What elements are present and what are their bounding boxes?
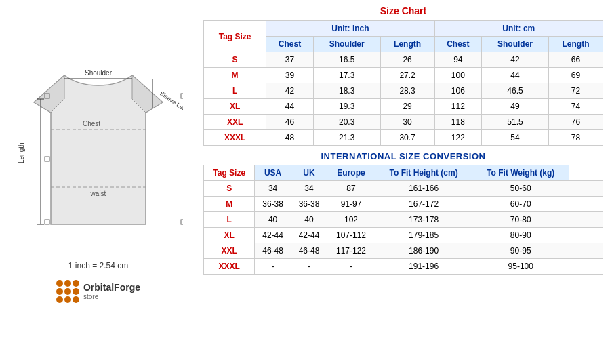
conv-tag-cell: L — [204, 212, 255, 228]
logo-store: store — [83, 293, 140, 300]
table-row: XXL 46-48 46-48 117-122 186-190 90-95 — [204, 243, 603, 259]
length-cm-cell: 76 — [548, 115, 603, 130]
shoulder-in-cell: 18.3 — [313, 83, 380, 99]
col-chest-cm: Chest — [434, 37, 482, 52]
conv-usa-cell: 40 — [255, 212, 291, 228]
shoulder-in-cell: 21.3 — [313, 130, 380, 146]
table-row: XL 42-44 42-44 107-112 179-185 80-90 — [204, 228, 603, 243]
table-row: S 37 16.5 26 94 42 66 — [204, 52, 603, 68]
length-in-cell: 30 — [380, 115, 434, 130]
chest-cm-cell: 106 — [434, 83, 482, 99]
conv-weight-cell: 80-90 — [472, 228, 569, 243]
conv-weight-cell: 70-80 — [472, 212, 569, 228]
col-length-in: Length — [380, 37, 434, 52]
logo-area: OrbitalForge store — [56, 280, 140, 303]
shoulder-in-cell: 20.3 — [313, 115, 380, 130]
chest-cm-cell: 100 — [434, 68, 482, 83]
conv-usa-header: USA — [255, 165, 291, 181]
length-in-cell: 28.3 — [380, 83, 434, 99]
table-row: XXXL 48 21.3 30.7 122 54 78 — [204, 130, 603, 146]
conversion-title: INTERNATIONAL SIZE CONVERSION — [203, 151, 603, 161]
conv-uk-cell: 34 — [291, 181, 327, 197]
conv-uk-cell: 42-44 — [291, 228, 327, 243]
conv-usa-cell: 42-44 — [255, 228, 291, 243]
conv-extra-cell — [569, 243, 603, 259]
conv-tag-cell: XL — [204, 228, 255, 243]
conv-tag-header: Tag Size — [204, 165, 255, 181]
inch-unit-header: Unit: inch — [266, 21, 434, 37]
conv-usa-cell: 36-38 — [255, 197, 291, 212]
logo-name: OrbitalForge — [83, 282, 140, 293]
shoulder-in-cell: 19.3 — [313, 99, 380, 115]
chest-in-cell: 44 — [266, 99, 314, 115]
table-row: XXXL - - - 191-196 95-100 — [204, 259, 603, 275]
conv-uk-cell: 36-38 — [291, 197, 327, 212]
chest-cm-cell: 94 — [434, 52, 482, 68]
length-cm-cell: 72 — [548, 83, 603, 99]
shoulder-cm-cell: 51.5 — [482, 115, 549, 130]
conv-extra-cell — [569, 228, 603, 243]
tag-size-header: Tag Size — [204, 21, 266, 52]
conv-height-cell: 186-190 — [375, 243, 472, 259]
table-row: XXL 46 20.3 30 118 51.5 76 — [204, 115, 603, 130]
conv-usa-cell: 46-48 — [255, 243, 291, 259]
conv-height-cell: 191-196 — [375, 259, 472, 275]
length-in-cell: 30.7 — [380, 130, 434, 146]
conv-extra-cell — [569, 212, 603, 228]
conv-uk-header: UK — [291, 165, 327, 181]
length-in-cell: 26 — [380, 52, 434, 68]
conv-weight-cell: 90-95 — [472, 243, 569, 259]
svg-text:Chest: Chest — [83, 120, 100, 127]
conv-height-cell: 161-166 — [375, 181, 472, 197]
logo-text-area: OrbitalForge store — [83, 282, 140, 300]
length-cm-cell: 69 — [548, 68, 603, 83]
conv-tag-cell: S — [204, 181, 255, 197]
conv-europe-cell: 91-97 — [327, 197, 375, 212]
length-cm-cell: 66 — [548, 52, 603, 68]
col-length-cm: Length — [548, 37, 603, 52]
tag-cell: XL — [204, 99, 266, 115]
table-row: S 34 34 87 161-166 50-60 — [204, 181, 603, 197]
svg-text:Length: Length — [18, 142, 25, 163]
size-chart-title: Size Chart — [203, 5, 603, 16]
table-row: XL 44 19.3 29 112 49 74 — [204, 99, 603, 115]
svg-rect-16 — [45, 157, 49, 161]
chest-in-cell: 37 — [266, 52, 314, 68]
conv-extra-cell — [569, 259, 603, 275]
conv-height-header: To Fit Height (cm) — [375, 165, 472, 181]
svg-text:waist: waist — [90, 190, 106, 197]
shoulder-cm-cell: 54 — [482, 130, 549, 146]
conv-uk-cell: - — [291, 259, 327, 275]
conv-height-cell: 179-185 — [375, 228, 472, 243]
tshirt-diagram: Shoulder Sleeve Length Chest Length wais… — [14, 62, 183, 258]
tag-cell: XXL — [204, 115, 266, 130]
conv-height-cell: 173-178 — [375, 212, 472, 228]
conv-weight-header: To Fit Weight (kg) — [472, 165, 569, 181]
length-cm-cell: 74 — [548, 99, 603, 115]
table-row: M 36-38 36-38 91-97 167-172 60-70 — [204, 197, 603, 212]
length-cm-cell: 78 — [548, 130, 603, 146]
size-chart-table: Tag Size Unit: inch Unit: cm Chest Shoul… — [203, 20, 603, 146]
shoulder-in-cell: 17.3 — [313, 68, 380, 83]
shoulder-cm-cell: 42 — [482, 52, 549, 68]
conv-europe-cell: - — [327, 259, 375, 275]
conv-uk-cell: 40 — [291, 212, 327, 228]
left-panel: Shoulder Sleeve Length Chest Length wais… — [0, 0, 197, 364]
conv-europe-cell: 102 — [327, 212, 375, 228]
tag-cell: XXXL — [204, 130, 266, 146]
conv-uk-cell: 46-48 — [291, 243, 327, 259]
conv-weight-cell: 50-60 — [472, 181, 569, 197]
col-shoulder-in: Shoulder — [313, 37, 380, 52]
logo-icon — [56, 280, 79, 303]
length-in-cell: 29 — [380, 99, 434, 115]
conv-europe-cell: 87 — [327, 181, 375, 197]
conv-weight-cell: 95-100 — [472, 259, 569, 275]
shoulder-cm-cell: 49 — [482, 99, 549, 115]
col-chest-in: Chest — [266, 37, 314, 52]
chest-cm-cell: 112 — [434, 99, 482, 115]
conv-weight-cell: 60-70 — [472, 197, 569, 212]
svg-rect-13 — [45, 220, 49, 224]
conv-extra-cell — [569, 197, 603, 212]
tag-cell: M — [204, 68, 266, 83]
conv-usa-cell: 34 — [255, 181, 291, 197]
